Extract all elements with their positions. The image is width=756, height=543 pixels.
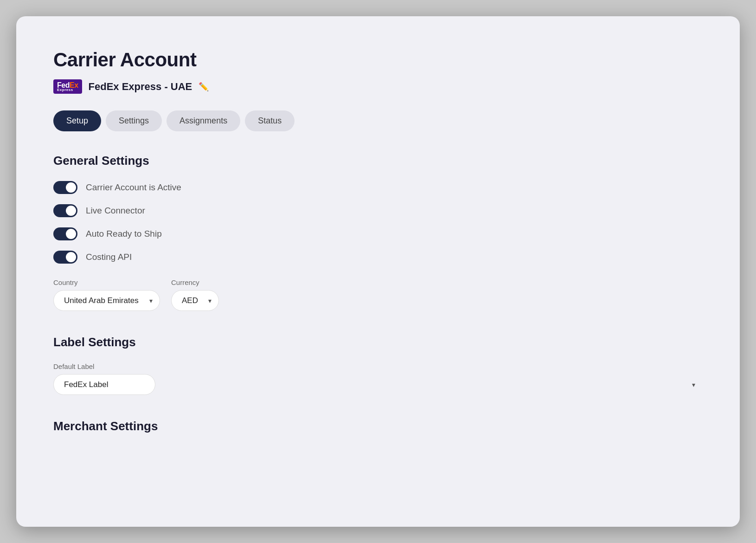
tab-settings[interactable]: Settings xyxy=(106,110,162,131)
default-label-select-wrapper: FedEx Label ▾ xyxy=(53,374,703,395)
default-label-field-group: Default Label FedEx Label ▾ xyxy=(53,362,703,395)
toggle-row-carrier-active: Carrier Account is Active xyxy=(53,181,703,194)
toggle-label-live-connector: Live Connector xyxy=(86,206,145,216)
country-label: Country xyxy=(53,278,160,286)
general-settings-title: General Settings xyxy=(53,154,703,168)
page-title: Carrier Account xyxy=(53,49,703,71)
country-select-wrapper: United Arab Emirates ▾ xyxy=(53,290,160,311)
toggle-label-auto-ready: Auto Ready to Ship xyxy=(86,229,162,239)
toggle-row-live-connector: Live Connector xyxy=(53,204,703,217)
country-select[interactable]: United Arab Emirates xyxy=(53,290,160,311)
label-settings-title: Label Settings xyxy=(53,335,703,349)
tab-bar: Setup Settings Assignments Status xyxy=(53,110,703,131)
toggle-costing-api[interactable] xyxy=(53,251,77,264)
currency-field-group: Currency AED ▾ xyxy=(171,278,219,311)
toggle-label-costing-api: Costing API xyxy=(86,252,132,262)
currency-select[interactable]: AED xyxy=(171,290,219,311)
default-label-select[interactable]: FedEx Label xyxy=(53,374,155,395)
tab-status[interactable]: Status xyxy=(245,110,295,131)
toggle-label-carrier-active: Carrier Account is Active xyxy=(86,182,181,193)
toggle-live-connector[interactable] xyxy=(53,204,77,217)
merchant-settings-section: Merchant Settings xyxy=(53,419,703,433)
merchant-settings-title: Merchant Settings xyxy=(53,419,703,433)
toggle-auto-ready[interactable] xyxy=(53,227,77,240)
label-settings-section: Label Settings Default Label FedEx Label… xyxy=(53,335,703,395)
tab-assignments[interactable]: Assignments xyxy=(167,110,240,131)
carrier-name: FedEx Express - UAE xyxy=(89,81,192,93)
country-field-group: Country United Arab Emirates ▾ xyxy=(53,278,160,311)
default-label-chevron-icon: ▾ xyxy=(692,381,695,388)
general-settings-section: General Settings Carrier Account is Acti… xyxy=(53,154,703,311)
toggle-row-costing-api: Costing API xyxy=(53,251,703,264)
toggle-row-auto-ready: Auto Ready to Ship xyxy=(53,227,703,240)
default-label-label: Default Label xyxy=(53,362,703,370)
fedex-express: Express xyxy=(57,88,78,92)
toggle-carrier-active[interactable] xyxy=(53,181,77,194)
currency-label: Currency xyxy=(171,278,219,286)
edit-icon[interactable]: ✏️ xyxy=(199,82,209,92)
carrier-header: Fed Ex Express FedEx Express - UAE ✏️ xyxy=(53,79,703,94)
fedex-logo: Fed Ex Express xyxy=(53,79,82,94)
currency-select-wrapper: AED ▾ xyxy=(171,290,219,311)
main-window: Carrier Account Fed Ex Express FedEx Exp… xyxy=(16,16,740,527)
tab-setup[interactable]: Setup xyxy=(53,110,101,131)
country-currency-row: Country United Arab Emirates ▾ Currency … xyxy=(53,278,703,311)
